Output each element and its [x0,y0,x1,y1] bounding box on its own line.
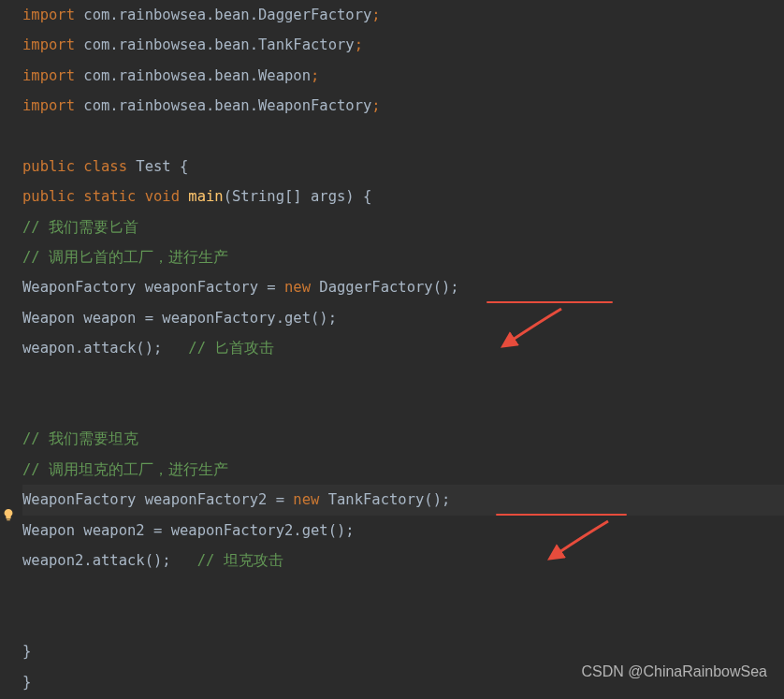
code-line: public class Test { [22,152,784,182]
code-line: weapon2.attack(); // 坦克攻击 [22,546,784,575]
code-line-highlighted: WeaponFactory weaponFactory2 = new TankF… [22,485,784,515]
code-line: weapon.attack(); // 匕首攻击 [22,333,784,363]
editor-container: import com.rainbowsea.bean.DaggerFactory… [0,0,784,699]
code-line: // 调用坦克的工厂，进行生产 [22,455,784,485]
code-line: // 调用匕首的工厂，进行生产 [22,242,784,272]
code-line: import com.rainbowsea.bean.WeaponFactory… [22,91,784,121]
code-line: // 我们需要匕首 [22,212,784,242]
underline-annotation [486,301,613,303]
gutter [0,0,19,699]
code-line [22,122,784,152]
code-line: import com.rainbowsea.bean.DaggerFactory… [22,0,784,30]
underline-annotation [496,514,627,516]
code-line: // 我们需要坦克 [22,424,784,454]
code-line: public static void main(String[] args) { [22,182,784,211]
code-line: WeaponFactory weaponFactory = new Dagger… [22,273,784,303]
code-area[interactable]: import com.rainbowsea.bean.DaggerFactory… [19,0,784,699]
watermark: CSDN @ChinaRainbowSea [581,656,767,688]
code-line: import com.rainbowsea.bean.Weapon; [22,61,784,91]
code-line [22,394,784,424]
code-line [22,364,784,394]
bulb-icon[interactable] [2,508,15,521]
code-line: import com.rainbowsea.bean.TankFactory; [22,30,784,60]
code-line [22,606,784,636]
code-line: Weapon weapon2 = weaponFactory2.get(); [22,516,784,546]
code-line [22,575,784,605]
code-line: Weapon weapon = weaponFactory.get(); [22,303,784,333]
